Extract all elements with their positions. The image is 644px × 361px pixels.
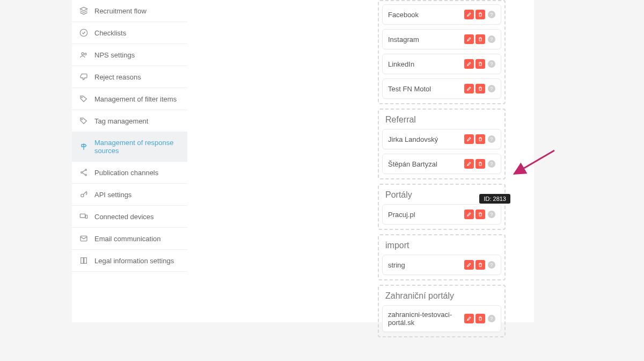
info-button[interactable]: ? <box>488 60 495 68</box>
sidebar-item-tag-management[interactable]: Tag management <box>72 110 187 132</box>
row-actions: ? <box>464 59 495 69</box>
sidebar-item-connected-devices[interactable]: Connected devices <box>72 206 187 228</box>
delete-button[interactable] <box>475 314 485 323</box>
source-label: Pracuj.pl <box>388 211 415 219</box>
info-button[interactable]: ? <box>488 315 495 322</box>
sidebar-item-label: Email communication <box>94 235 180 243</box>
edit-icon <box>466 211 472 219</box>
price-tag-icon <box>79 117 88 125</box>
source-label: Test FN Motol <box>388 85 431 93</box>
source-group: Zahraniční portályzahranicni-testovaci-p… <box>378 285 506 337</box>
source-row[interactable]: Štěpán Bartyzal? <box>382 154 501 174</box>
trash-icon <box>478 85 483 93</box>
source-label: LinkedIn <box>388 60 414 68</box>
edit-icon <box>466 35 472 44</box>
sidebar-item-reject-reasons[interactable]: Reject reasons <box>72 66 187 88</box>
svg-point-11 <box>81 194 84 197</box>
book-icon <box>79 256 88 265</box>
source-row[interactable]: zahranicni-testovaci-portál.sk? <box>382 305 501 332</box>
edit-button[interactable] <box>464 314 474 323</box>
sidebar-item-api-settings[interactable]: API settings <box>72 184 187 206</box>
row-actions: ? <box>464 34 495 44</box>
devices-icon <box>79 212 88 221</box>
edit-button[interactable] <box>464 134 474 144</box>
source-label: Štěpán Bartyzal <box>388 160 437 168</box>
info-button[interactable]: ? <box>488 85 495 92</box>
group-title: Referral <box>382 113 501 129</box>
source-row[interactable]: Test FN Motol? <box>382 78 501 99</box>
sidebar-item-label: Reject reasons <box>94 73 180 81</box>
edit-icon <box>466 135 472 143</box>
trash-icon <box>478 135 483 143</box>
trash-icon <box>478 160 483 168</box>
info-button[interactable]: ? <box>488 160 495 168</box>
delete-button[interactable] <box>475 159 485 169</box>
tag-icon <box>79 95 88 103</box>
delete-button[interactable] <box>475 10 485 19</box>
trash-icon <box>478 11 483 19</box>
source-row[interactable]: string? <box>382 255 501 275</box>
source-row[interactable]: Facebook? <box>382 4 501 25</box>
trash-icon <box>478 60 483 68</box>
source-label: Instagram <box>388 35 419 44</box>
source-row[interactable]: LinkedIn? <box>382 54 501 74</box>
info-button[interactable]: ? <box>488 11 495 18</box>
mail-icon <box>79 234 88 243</box>
check-circle-icon <box>79 28 88 37</box>
sidebar-item-label: Management of filter items <box>94 95 180 103</box>
app-container: Recruitment flowChecklistsNPS settingsRe… <box>72 0 534 322</box>
sidebar-item-label: API settings <box>94 191 180 199</box>
key-icon <box>79 190 88 199</box>
sidebar-item-management-of-filter-items[interactable]: Management of filter items <box>72 88 187 110</box>
info-button[interactable]: ? <box>488 211 495 218</box>
delete-button[interactable] <box>475 134 485 144</box>
svg-point-1 <box>80 29 87 36</box>
svg-line-10 <box>82 173 85 175</box>
group-title: Zahraniční portály <box>382 289 501 305</box>
sidebar-item-nps-settings[interactable]: NPS settings <box>72 44 187 66</box>
sidebar-item-label: Management of response sources <box>94 139 180 155</box>
sidebar-item-label: Recruitment flow <box>94 7 180 15</box>
source-row[interactable]: Jirka Landovský? <box>382 129 501 149</box>
source-row[interactable]: Instagram? <box>382 29 501 49</box>
info-button[interactable]: ? <box>488 35 495 43</box>
trash-icon <box>478 211 483 219</box>
sidebar-item-label: Connected devices <box>94 213 180 221</box>
share-icon <box>79 168 88 177</box>
trash-icon <box>478 35 483 44</box>
sidebar-item-publication-channels[interactable]: Publication channels <box>72 162 187 184</box>
svg-point-3 <box>85 53 86 55</box>
trash-icon <box>478 261 483 269</box>
svg-rect-13 <box>85 215 87 218</box>
trash-icon <box>478 315 483 323</box>
info-button[interactable]: ? <box>488 135 495 143</box>
delete-button[interactable] <box>475 84 485 93</box>
edit-button[interactable] <box>464 59 474 69</box>
edit-button[interactable] <box>464 260 474 270</box>
row-actions: ? <box>464 260 495 270</box>
edit-icon <box>466 315 472 323</box>
edit-icon <box>466 60 472 68</box>
sidebar-item-checklists[interactable]: Checklists <box>72 22 187 44</box>
svg-rect-12 <box>80 214 85 218</box>
svg-point-2 <box>82 53 84 55</box>
sidebar-item-management-of-response-sources[interactable]: Management of response sources <box>72 132 187 162</box>
delete-button[interactable] <box>475 59 485 69</box>
source-row[interactable]: Pracuj.pl?ID: 2813 <box>382 204 501 225</box>
edit-button[interactable] <box>464 84 474 93</box>
sidebar-item-legal-information-settings[interactable]: Legal information settings <box>72 250 187 272</box>
delete-button[interactable] <box>475 260 485 270</box>
sidebar-item-recruitment-flow[interactable]: Recruitment flow <box>72 0 187 22</box>
edit-button[interactable] <box>464 210 474 219</box>
thumbs-down-icon <box>79 73 88 81</box>
delete-button[interactable] <box>475 34 485 44</box>
people-icon <box>79 50 88 59</box>
edit-button[interactable] <box>464 159 474 169</box>
info-button[interactable]: ? <box>488 261 495 269</box>
delete-button[interactable] <box>475 210 485 219</box>
id-tooltip: ID: 2813 <box>479 194 510 204</box>
main-content: Facebook?Instagram?LinkedIn?Test FN Moto… <box>187 0 534 322</box>
edit-button[interactable] <box>464 10 474 19</box>
edit-button[interactable] <box>464 34 474 44</box>
sidebar-item-email-communication[interactable]: Email communication <box>72 228 187 250</box>
